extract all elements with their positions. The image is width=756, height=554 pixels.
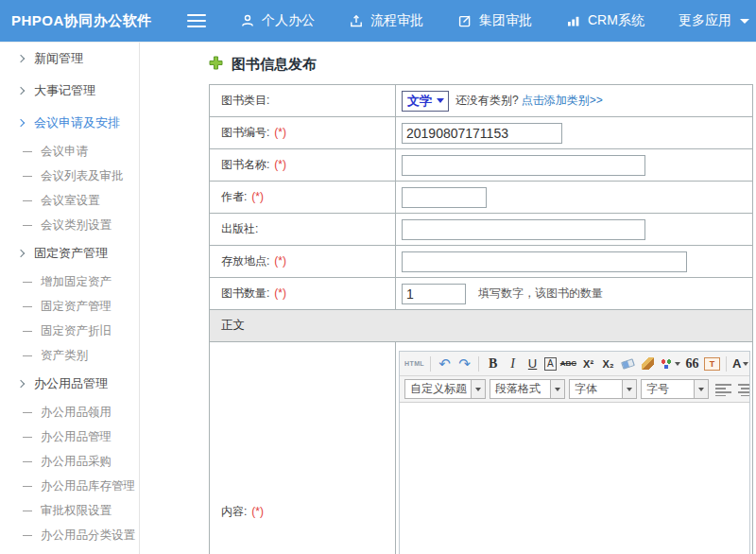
- field-label: 存放地点:: [221, 254, 269, 268]
- color-palette-icon[interactable]: [660, 355, 680, 373]
- add-plus-icon: [209, 56, 223, 74]
- caret-down-icon: [694, 380, 708, 398]
- required-mark: (*): [274, 158, 286, 171]
- sidebar-item-events-mgmt[interactable]: 大事记管理: [0, 75, 139, 107]
- publisher-input[interactable]: [402, 219, 645, 240]
- dash-icon: [23, 461, 32, 462]
- nav-group-approval[interactable]: 集团审批: [457, 12, 532, 29]
- sidebar-item-asset-manage[interactable]: 固定资产管理: [0, 294, 139, 319]
- section-header: 正文: [210, 310, 753, 342]
- sidebar-item-book-mgmt[interactable]: 图书管理: [0, 547, 139, 554]
- eraser-icon[interactable]: [620, 355, 636, 373]
- font-border-button[interactable]: A: [544, 357, 557, 371]
- toolbar-separator: [726, 356, 727, 372]
- align-center-icon[interactable]: [738, 383, 749, 396]
- sidebar-item-supplies-purchase[interactable]: 办公用品采购: [0, 449, 139, 474]
- form-section-header-row: 正文: [210, 310, 753, 342]
- paragraph-format-dropdown[interactable]: 段落格式: [490, 379, 565, 399]
- required-mark: (*): [274, 126, 286, 139]
- caret-down-icon: [437, 98, 444, 103]
- chevron-right-icon: [17, 55, 25, 62]
- dash-icon: [23, 200, 32, 201]
- field-label: 内容:: [221, 505, 247, 518]
- caret-down-icon: [622, 380, 636, 398]
- caret-down-icon: [550, 380, 564, 398]
- chevron-right-icon: [17, 87, 25, 95]
- quantity-hint: 填写数字，该图书的数量: [478, 286, 603, 300]
- category-hint: 还没有类别?: [455, 93, 519, 109]
- add-category-link[interactable]: 点击添加类别>>: [522, 93, 603, 109]
- sidebar-item-supplies-category[interactable]: 办公用品分类设置: [0, 523, 139, 547]
- sidebar-item-supplies-claim[interactable]: 办公用品领用: [0, 400, 139, 424]
- dash-icon: [23, 486, 32, 487]
- sidebar-item-meeting-apply[interactable]: 会议申请: [0, 139, 139, 164]
- sidebar-item-approval-permission[interactable]: 审批权限设置: [0, 498, 139, 523]
- superscript-button[interactable]: X²: [580, 355, 596, 373]
- nav-more-apps[interactable]: 更多应用: [679, 12, 749, 29]
- format-brush-icon[interactable]: [640, 355, 656, 373]
- dash-icon: [23, 412, 32, 413]
- nav-crm-system[interactable]: CRM系统: [566, 12, 644, 29]
- form-row-quantity: 图书数量:(*) 填写数字，该图书的数量: [210, 278, 753, 310]
- strikethrough-button[interactable]: ABC: [560, 355, 576, 373]
- sidebar-item-asset-add[interactable]: 增加固定资产: [0, 269, 139, 294]
- sidebar-item-meeting-room[interactable]: 会议室设置: [0, 188, 139, 213]
- sidebar-item-supplies-manage[interactable]: 办公用品管理: [0, 424, 139, 449]
- field-label: 图书名称:: [221, 158, 269, 171]
- sidebar-item-meeting-mgmt[interactable]: 会议申请及安排: [0, 107, 139, 139]
- sidebar-item-meeting-type[interactable]: 会议类别设置: [0, 213, 139, 237]
- subscript-button[interactable]: X₂: [600, 355, 616, 373]
- sidebar-item-asset-depreciation[interactable]: 固定资产折旧: [0, 319, 139, 343]
- bold-button[interactable]: B: [485, 355, 501, 373]
- dash-icon: [23, 151, 32, 152]
- page-title: 图书信息发布: [232, 56, 317, 74]
- editor-content-area[interactable]: [400, 403, 749, 554]
- toolbar-separator: [478, 356, 479, 372]
- chevron-right-icon: [17, 250, 25, 257]
- dash-icon: [23, 355, 32, 356]
- category-select[interactable]: 文学: [402, 91, 449, 112]
- font-size-dropdown[interactable]: 字号: [641, 379, 709, 399]
- editor-toolbar-row2: 自定义标题 段落格式 字体 字号: [400, 376, 749, 403]
- html-source-button[interactable]: HTML: [404, 355, 424, 373]
- sidebar-item-news-mgmt[interactable]: 新闻管理: [0, 43, 139, 75]
- blockquote-button[interactable]: 66: [684, 355, 700, 373]
- dash-icon: [23, 282, 32, 283]
- redo-icon[interactable]: ↷: [456, 355, 472, 373]
- page-body: 新闻管理 大事记管理 会议申请及安排 会议申请 会议列表及审批 会议室设置 会议…: [0, 42, 756, 554]
- custom-heading-dropdown[interactable]: 自定义标题: [404, 379, 486, 399]
- underline-button[interactable]: U: [524, 355, 541, 373]
- bar-chart-icon: [566, 13, 581, 28]
- font-family-dropdown[interactable]: 字体: [569, 379, 637, 399]
- undo-icon[interactable]: ↶: [437, 355, 453, 373]
- hamburger-menu-icon[interactable]: [187, 14, 206, 27]
- field-label: 图书编号:: [221, 126, 269, 139]
- paste-text-button[interactable]: T: [704, 357, 720, 371]
- italic-button[interactable]: I: [505, 355, 521, 373]
- sidebar-item-supplies-mgmt[interactable]: 办公用品管理: [0, 368, 139, 400]
- location-input[interactable]: [402, 251, 687, 272]
- app-logo: PHPOA协同办公软件: [0, 12, 178, 30]
- form-row-category: 图书类目: 文学 还没有类别? 点击添加类别>>: [210, 85, 753, 117]
- nav-process-approval[interactable]: 流程审批: [349, 12, 423, 29]
- book-name-input[interactable]: [402, 155, 645, 176]
- book-no-input[interactable]: [402, 123, 562, 144]
- nav-personal-office[interactable]: 个人办公: [240, 12, 315, 29]
- chevron-right-icon: [17, 380, 25, 388]
- sidebar-item-asset-mgmt[interactable]: 固定资产管理: [0, 237, 139, 269]
- rich-text-editor: HTML ↶ ↷ B I U A ABC X²: [399, 351, 750, 554]
- sidebar-item-meeting-list[interactable]: 会议列表及审批: [0, 164, 139, 188]
- required-mark: (*): [251, 505, 264, 518]
- required-mark: (*): [251, 190, 264, 203]
- align-left-icon[interactable]: [715, 383, 731, 396]
- font-color-button[interactable]: A: [732, 355, 748, 373]
- quantity-input[interactable]: [402, 284, 466, 304]
- form-row-author: 作者:(*): [210, 182, 753, 214]
- sidebar-item-supplies-stock[interactable]: 办公用品库存管理: [0, 474, 139, 498]
- sidebar: 新闻管理 大事记管理 会议申请及安排 会议申请 会议列表及审批 会议室设置 会议…: [0, 43, 140, 554]
- sidebar-item-asset-type[interactable]: 资产类别: [0, 343, 139, 368]
- author-input[interactable]: [402, 187, 487, 208]
- top-bar: PHPOA协同办公软件 个人办公 流程审批: [0, 0, 756, 42]
- form-row-publisher: 出版社:: [210, 214, 753, 246]
- dash-icon: [23, 225, 32, 226]
